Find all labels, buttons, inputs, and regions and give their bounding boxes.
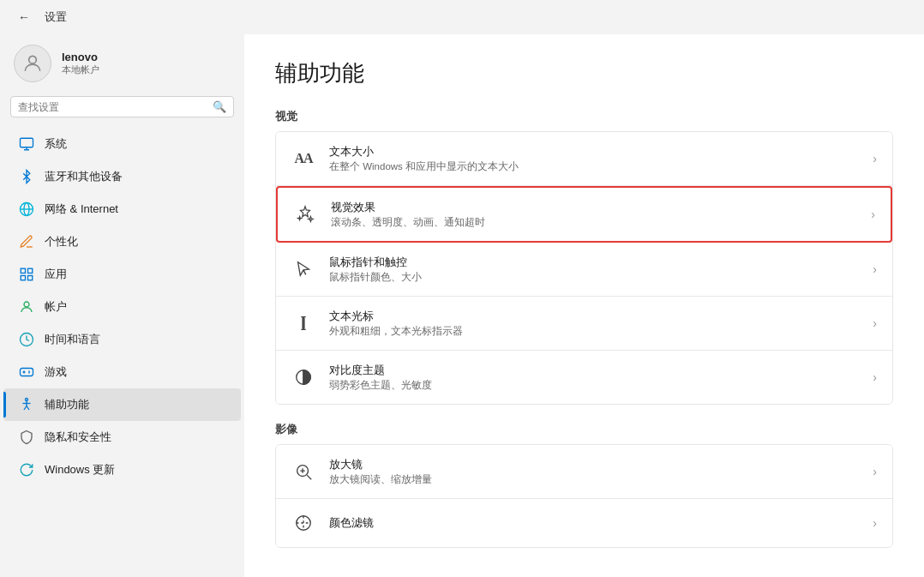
- nav-label-gaming: 游戏: [45, 364, 67, 380]
- settings-item-color-filter[interactable]: 颜色滤镜›: [276, 499, 892, 547]
- settings-item-desc-contrast-themes: 弱势彩色主题、光敏度: [329, 379, 859, 392]
- settings-item-icon-mouse-pointer: [291, 257, 315, 281]
- sidebar-item-windows-update[interactable]: Windows 更新: [3, 454, 241, 486]
- top-bar: ← 设置: [0, 0, 924, 34]
- nav-icon-network: [17, 200, 36, 219]
- settings-item-title-mouse-pointer: 鼠标指针和触控: [329, 255, 859, 270]
- nav-label-windows-update: Windows 更新: [45, 462, 115, 478]
- svg-rect-10: [21, 369, 33, 376]
- settings-item-mouse-pointer[interactable]: 鼠标指针和触控鼠标指针颜色、大小›: [276, 243, 892, 297]
- top-bar-title: 设置: [45, 9, 67, 25]
- user-info: lenovo 本地帐户: [62, 51, 99, 76]
- settings-item-text-text-size: 文本大小在整个 Windows 和应用中显示的文本大小: [329, 144, 859, 173]
- avatar: [14, 45, 51, 82]
- account-type: 本地帐户: [62, 63, 99, 76]
- nav-label-privacy: 隐私和安全性: [45, 430, 111, 445]
- svg-rect-6: [21, 276, 25, 280]
- nav-label-personalization: 个性化: [45, 234, 78, 249]
- sidebar-item-time[interactable]: 时间和语言: [3, 323, 241, 356]
- nav-label-time: 时间和语言: [45, 332, 100, 347]
- settings-item-desc-magnifier: 放大镜阅读、缩放增量: [329, 473, 859, 486]
- sidebar: lenovo 本地帐户 🔍 系统蓝牙和其他设备网络 & Internet个性化应…: [0, 34, 244, 577]
- settings-item-arrow-contrast-themes: ›: [873, 370, 877, 384]
- sidebar-item-system[interactable]: 系统: [3, 128, 241, 160]
- sidebar-item-apps[interactable]: 应用: [3, 258, 241, 291]
- settings-item-title-visual-effects: 视觉效果: [331, 200, 857, 215]
- nav-icon-accessibility: [17, 395, 36, 414]
- nav-label-system: 系统: [45, 136, 67, 152]
- settings-item-text-magnifier: 放大镜放大镜阅读、缩放增量: [329, 457, 859, 486]
- settings-item-icon-text-cursor: [291, 311, 315, 335]
- settings-list-vision: AA文本大小在整个 Windows 和应用中显示的文本大小›视觉效果滚动条、透明…: [275, 131, 893, 405]
- nav-icon-accounts: [17, 298, 36, 316]
- nav-label-accounts: 帐户: [45, 299, 67, 315]
- settings-item-icon-color-filter: [291, 511, 315, 535]
- svg-line-15: [307, 475, 311, 479]
- search-icon: 🔍: [213, 100, 226, 113]
- settings-item-text-color-filter: 颜色滤镜: [329, 515, 859, 531]
- back-button[interactable]: ←: [14, 7, 34, 27]
- nav-label-accessibility: 辅助功能: [45, 397, 89, 412]
- section-title-imaging: 影像: [275, 422, 893, 437]
- settings-item-title-text-cursor: 文本光标: [329, 309, 859, 324]
- settings-item-desc-mouse-pointer: 鼠标指针颜色、大小: [329, 271, 859, 284]
- sections-container: 视觉AA文本大小在整个 Windows 和应用中显示的文本大小›视觉效果滚动条、…: [275, 109, 893, 548]
- nav-icon-apps: [17, 265, 36, 284]
- settings-item-magnifier[interactable]: 放大镜放大镜阅读、缩放增量›: [276, 445, 892, 499]
- user-profile[interactable]: lenovo 本地帐户: [0, 34, 244, 96]
- settings-item-arrow-color-filter: ›: [873, 516, 877, 530]
- nav-icon-time: [17, 330, 36, 349]
- settings-item-contrast-themes[interactable]: 对比度主题弱势彩色主题、光敏度›: [276, 351, 892, 404]
- settings-item-title-text-size: 文本大小: [329, 144, 859, 159]
- section-vision: 视觉AA文本大小在整个 Windows 和应用中显示的文本大小›视觉效果滚动条、…: [275, 109, 893, 405]
- settings-item-desc-text-size: 在整个 Windows 和应用中显示的文本大小: [329, 160, 859, 173]
- nav-icon-windows-update: [17, 460, 36, 479]
- sidebar-item-accounts[interactable]: 帐户: [3, 291, 241, 323]
- sidebar-item-privacy[interactable]: 隐私和安全性: [3, 421, 241, 454]
- nav-label-apps: 应用: [45, 267, 67, 282]
- svg-rect-1: [21, 138, 33, 147]
- content-area: 辅助功能 视觉AA文本大小在整个 Windows 和应用中显示的文本大小›视觉效…: [244, 34, 924, 577]
- nav-label-network: 网络 & Internet: [45, 201, 118, 217]
- nav-icon-personalization: [17, 232, 36, 251]
- nav-icon-bluetooth: [17, 167, 36, 186]
- search-box[interactable]: 🔍: [10, 96, 234, 117]
- nav-list: 系统蓝牙和其他设备网络 & Internet个性化应用帐户时间和语言游戏辅助功能…: [0, 128, 244, 486]
- section-title-vision: 视觉: [275, 109, 893, 124]
- settings-item-text-text-cursor: 文本光标外观和粗细，文本光标指示器: [329, 309, 859, 338]
- settings-item-arrow-magnifier: ›: [873, 465, 877, 478]
- settings-item-desc-text-cursor: 外观和粗细，文本光标指示器: [329, 325, 859, 338]
- settings-item-visual-effects[interactable]: 视觉效果滚动条、透明度、动画、通知超时›: [276, 186, 892, 243]
- settings-item-text-contrast-themes: 对比度主题弱势彩色主题、光敏度: [329, 363, 859, 392]
- sidebar-item-bluetooth[interactable]: 蓝牙和其他设备: [3, 160, 241, 193]
- page-title: 辅助功能: [275, 58, 893, 88]
- settings-item-icon-text-size: AA: [291, 147, 315, 171]
- settings-item-icon-visual-effects: [293, 202, 317, 226]
- settings-item-icon-contrast-themes: [291, 365, 315, 389]
- settings-item-arrow-text-cursor: ›: [873, 316, 877, 330]
- settings-item-text-size[interactable]: AA文本大小在整个 Windows 和应用中显示的文本大小›: [276, 132, 892, 186]
- sidebar-item-accessibility[interactable]: 辅助功能: [3, 388, 241, 421]
- settings-item-title-color-filter: 颜色滤镜: [329, 515, 859, 531]
- svg-rect-4: [21, 268, 25, 273]
- sidebar-item-network[interactable]: 网络 & Internet: [3, 193, 241, 225]
- svg-rect-7: [28, 276, 33, 280]
- sidebar-item-gaming[interactable]: 游戏: [3, 356, 241, 388]
- username: lenovo: [62, 51, 99, 63]
- nav-icon-privacy: [17, 428, 36, 447]
- svg-point-0: [29, 56, 37, 63]
- settings-item-title-magnifier: 放大镜: [329, 457, 859, 472]
- nav-icon-gaming: [17, 363, 36, 382]
- search-input[interactable]: [18, 101, 207, 113]
- sidebar-item-personalization[interactable]: 个性化: [3, 225, 241, 258]
- section-imaging: 影像放大镜放大镜阅读、缩放增量›颜色滤镜›: [275, 422, 893, 548]
- svg-rect-5: [28, 268, 33, 273]
- settings-list-imaging: 放大镜放大镜阅读、缩放增量›颜色滤镜›: [275, 444, 893, 548]
- settings-item-arrow-text-size: ›: [873, 152, 877, 165]
- svg-point-11: [26, 399, 28, 401]
- settings-item-text-cursor[interactable]: 文本光标外观和粗细，文本光标指示器›: [276, 297, 892, 351]
- settings-item-arrow-visual-effects: ›: [871, 207, 875, 221]
- nav-icon-system: [17, 135, 36, 153]
- settings-item-desc-visual-effects: 滚动条、透明度、动画、通知超时: [331, 216, 857, 229]
- nav-label-bluetooth: 蓝牙和其他设备: [45, 169, 123, 184]
